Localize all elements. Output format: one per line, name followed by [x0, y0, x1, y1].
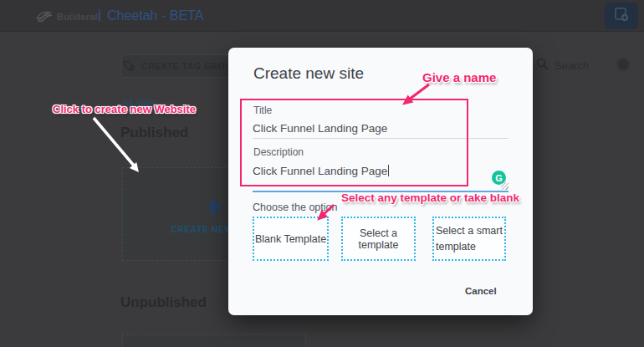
- create-tag-group-label: CREATE TAG GROUP: [141, 62, 238, 71]
- builderall-logo-text: Builderall: [57, 12, 100, 22]
- text-caret: [388, 165, 389, 176]
- create-new-site-modal: Create new site Title Click Funnel Landi…: [228, 48, 533, 315]
- smart-template-option[interactable]: Select a smart template: [432, 217, 506, 261]
- select-template-option[interactable]: Select a template: [341, 217, 416, 261]
- blank-template-option[interactable]: Blank Template: [253, 217, 329, 261]
- new-site-header-button[interactable]: [605, 3, 638, 29]
- unpublished-site-card[interactable]: [122, 334, 306, 347]
- description-label: Description: [253, 146, 304, 158]
- title-input[interactable]: Click Funnel Landing Page: [253, 122, 387, 135]
- app-screen: Builderall | Cheetah - BETA CREATE TAG G…: [0, 0, 644, 347]
- create-tag-group-button[interactable]: CREATE TAG GROUP: [121, 54, 240, 78]
- choose-option-label: Choose the option: [253, 202, 337, 213]
- published-heading: Published: [120, 125, 188, 141]
- app-name: Cheetah - BETA: [107, 8, 203, 23]
- app-header: Builderall | Cheetah - BETA: [0, 0, 644, 32]
- device-add-icon: [613, 6, 630, 26]
- search-icon: [536, 58, 549, 74]
- resize-grip-icon[interactable]: [501, 182, 509, 190]
- unpublished-heading: Unpublished: [120, 294, 207, 311]
- search-input[interactable]: Search: [555, 59, 589, 72]
- builderall-logo-icon: [35, 8, 54, 26]
- all-sites-link[interactable]: All sites: [122, 97, 156, 109]
- plus-icon: +: [205, 195, 222, 220]
- search-box[interactable]: Search: [536, 58, 589, 74]
- cancel-button[interactable]: Cancel: [465, 286, 497, 296]
- tag-plus-icon: [123, 59, 135, 74]
- settings-icon[interactable]: [616, 58, 630, 71]
- title-underline: [253, 138, 509, 139]
- description-underline: [253, 191, 509, 192]
- title-label: Title: [253, 105, 272, 116]
- description-input[interactable]: Click Funnel Landing Page: [253, 165, 389, 177]
- modal-title: Create new site: [253, 64, 364, 83]
- builderall-logo[interactable]: Builderall: [35, 8, 100, 26]
- header-separator: |: [98, 7, 101, 23]
